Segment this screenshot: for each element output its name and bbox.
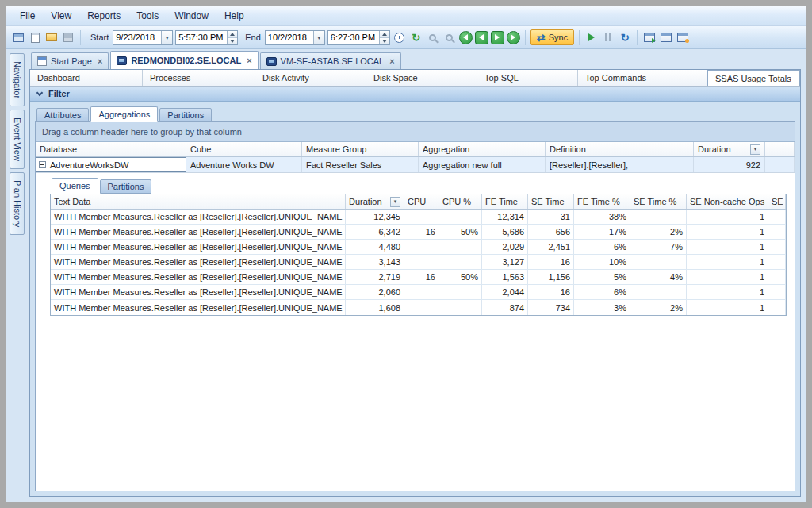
tab-label: REDMONDBI02.SE.LOCAL	[131, 56, 241, 65]
column-header-aggregation[interactable]: Aggregation	[419, 142, 546, 156]
tab-redmondbi02[interactable]: REDMONDBI02.SE.LOCAL ×	[110, 51, 258, 69]
menu-reports[interactable]: Reports	[80, 8, 128, 24]
play-icon[interactable]	[584, 30, 599, 44]
table-row[interactable]: WITH Member Measures.Reseller as [Resell…	[51, 255, 786, 270]
table-row[interactable]: WITH Member Measures.Reseller as [Resell…	[51, 285, 786, 300]
sidebar-tab-event-view[interactable]: Event View	[10, 110, 25, 169]
close-icon[interactable]: ×	[98, 56, 102, 66]
menu-window[interactable]: Window	[167, 8, 216, 24]
cell-se-time: 734	[528, 300, 574, 315]
tab-vm-se-astab[interactable]: VM-SE-ASTAB.SE.LOCAL ×	[260, 52, 401, 69]
zoom-in-icon[interactable]	[442, 30, 457, 44]
refresh-icon[interactable]: ↻	[618, 30, 632, 44]
cell-text-data: WITH Member Measures.Reseller as [Resell…	[51, 240, 346, 254]
cell-database[interactable]: AdventureWorksDW	[36, 157, 186, 172]
table-row[interactable]: WITH Member Measures.Reseller as [Resell…	[51, 270, 786, 285]
column-header-duration[interactable]: Duration ▾	[346, 194, 404, 209]
jump-forward-button[interactable]	[507, 31, 520, 44]
column-header-text-data[interactable]: Text Data	[51, 194, 346, 209]
start-date-input[interactable]	[113, 31, 161, 44]
tab-top-sql[interactable]: Top SQL	[477, 70, 578, 86]
start-time-spinner[interactable]	[227, 31, 237, 44]
tab-disk-activity[interactable]: Disk Activity	[255, 70, 366, 86]
table-row[interactable]: WITH Member Measures.Reseller as [Resell…	[51, 225, 786, 240]
start-date-dropdown-icon[interactable]: ▾	[161, 31, 172, 44]
group-by-drop-zone[interactable]: Drag a column header here to group by th…	[36, 122, 795, 142]
menu-file[interactable]: File	[13, 8, 42, 24]
close-icon[interactable]: ×	[389, 56, 394, 66]
end-date-input[interactable]	[266, 31, 313, 44]
cell-definition[interactable]: [Reseller].[Reseller],	[546, 157, 694, 172]
filter-caret-icon[interactable]: ▾	[750, 144, 760, 155]
cell-se-time-pct: 2%	[630, 225, 687, 239]
table-row[interactable]: WITH Member Measures.Reseller as [Resell…	[51, 240, 786, 255]
grid-options-icon[interactable]	[676, 30, 690, 44]
column-header-fe-time[interactable]: FE Time	[482, 194, 528, 209]
cell-duration[interactable]: 922	[694, 157, 765, 172]
table-row[interactable]: AdventureWorksDW Adventure Works DW Fact…	[36, 157, 795, 173]
cell-measure-group[interactable]: Fact Reseller Sales	[302, 157, 419, 172]
column-header-cpu-pct[interactable]: CPU %	[439, 194, 482, 209]
column-header-fe-time-pct[interactable]: FE Time %	[574, 194, 630, 209]
tab-aggregations[interactable]: Aggregations	[90, 106, 158, 122]
sidebar-tab-plan-history[interactable]: Plan History	[10, 172, 25, 235]
column-header-database[interactable]: Database	[36, 142, 186, 156]
cell-se	[768, 240, 786, 254]
open-folder-icon[interactable]	[44, 30, 59, 44]
column-header-definition[interactable]: Definition	[546, 142, 694, 156]
tab-processes[interactable]: Processes	[143, 70, 255, 86]
jump-back-button[interactable]	[459, 31, 473, 44]
column-header-cube[interactable]: Cube	[186, 142, 302, 156]
zoom-out-icon[interactable]	[426, 30, 440, 44]
table-row[interactable]: WITH Member Measures.Reseller as [Resell…	[51, 210, 786, 225]
menu-bar: File View Reports Tools Window Help	[6, 6, 806, 26]
show-totals-grid-icon[interactable]	[659, 30, 673, 44]
time-range-icon[interactable]	[393, 30, 407, 44]
column-header-cpu[interactable]: CPU	[404, 194, 439, 209]
close-icon[interactable]: ×	[247, 56, 251, 65]
new-page-icon[interactable]	[28, 30, 42, 44]
end-date-dropdown-icon[interactable]: ▾	[313, 31, 324, 44]
menu-view[interactable]: View	[44, 8, 79, 24]
new-connection-icon[interactable]	[11, 30, 25, 44]
end-time-input[interactable]	[328, 31, 379, 44]
collapse-icon[interactable]	[39, 161, 46, 168]
filter-caret-icon[interactable]: ▾	[390, 197, 400, 207]
aggregation-tab-strip: Attributes Aggregations Partitions	[35, 106, 795, 122]
column-header-se-noncache-ops[interactable]: SE Non-cache Ops	[687, 194, 768, 209]
server-icon	[117, 56, 127, 65]
cell-aggregation[interactable]: Aggregation new full	[419, 157, 546, 172]
side-tab-strip: Navigator Event View Plan History	[10, 51, 25, 497]
tab-start-page[interactable]: Start Page ×	[31, 52, 109, 69]
table-row[interactable]: WITH Member Measures.Reseller as [Resell…	[51, 300, 786, 315]
tab-top-commands[interactable]: Top Commands	[578, 70, 707, 86]
tab-disk-space[interactable]: Disk Space	[366, 70, 477, 86]
tab-attributes[interactable]: Attributes	[36, 108, 89, 122]
tab-label: Start Page	[51, 56, 92, 66]
end-time-spinner[interactable]	[379, 31, 389, 44]
tab-detail-partitions[interactable]: Partitions	[100, 179, 152, 194]
column-header-se[interactable]: SE	[768, 194, 786, 209]
cell-cube[interactable]: Adventure Works DW	[186, 157, 302, 172]
tab-queries[interactable]: Queries	[52, 178, 98, 194]
column-header-se-time-pct[interactable]: SE Time %	[630, 194, 687, 209]
sync-button[interactable]: ⇄ Sync	[530, 29, 574, 45]
tab-partitions[interactable]: Partitions	[159, 108, 212, 122]
show-events-grid-icon[interactable]	[642, 30, 657, 44]
column-header-se-time[interactable]: SE Time	[528, 194, 574, 209]
refresh-range-icon[interactable]: ↻	[409, 30, 423, 44]
menu-tools[interactable]: Tools	[129, 8, 166, 24]
start-time-input[interactable]	[176, 31, 227, 44]
filter-collapse-bar[interactable]: Filter	[30, 87, 800, 102]
step-back-button[interactable]	[475, 31, 488, 44]
pause-icon[interactable]	[601, 30, 615, 44]
sidebar-tab-navigator[interactable]: Navigator	[10, 53, 25, 106]
menu-help[interactable]: Help	[217, 8, 251, 24]
tab-dashboard[interactable]: Dashboard	[30, 70, 143, 86]
step-forward-button[interactable]	[491, 31, 504, 44]
tab-ssas-usage-totals[interactable]: SSAS Usage Totals	[707, 70, 800, 86]
column-header-measure-group[interactable]: Measure Group	[302, 142, 419, 156]
save-icon[interactable]	[61, 30, 75, 44]
column-header-duration[interactable]: Duration ▾	[694, 142, 765, 156]
cell-fe-time-pct: 5%	[574, 270, 630, 284]
